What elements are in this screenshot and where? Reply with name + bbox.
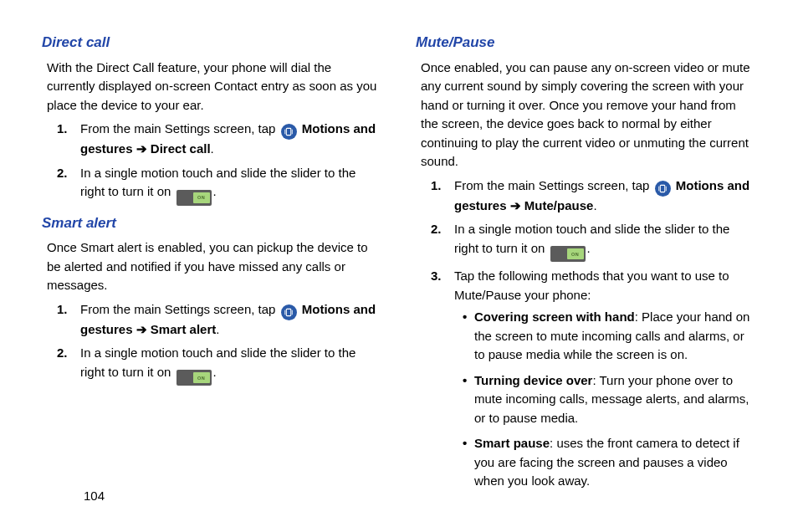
- bullet-title: Smart pause: [474, 436, 550, 450]
- step-text: In a single motion touch and slide the s…: [454, 222, 729, 255]
- step-punct: .: [211, 141, 214, 156]
- svg-rect-6: [660, 185, 665, 192]
- step-item: From the main Settings screen, tap Motio…: [431, 176, 756, 216]
- list-item: Covering screen with hand: Place your ha…: [463, 308, 756, 365]
- toggle-label: ON: [193, 192, 210, 203]
- heading-mute-pause: Mute/Pause: [416, 32, 756, 54]
- intro-smart-alert: Once Smart alert is enabled, you can pic…: [47, 238, 382, 295]
- step-item: In a single motion touch and slide the s…: [431, 220, 756, 262]
- motions-icon: [281, 304, 297, 320]
- bullet-title: Covering screen with hand: [474, 309, 635, 324]
- list-item: Smart pause: uses the front camera to de…: [463, 434, 756, 491]
- intro-direct-call: With the Direct Call feature, your phone…: [47, 59, 382, 115]
- step-text: From the main Settings screen, tap: [80, 121, 279, 136]
- step-item: From the main Settings screen, tap Motio…: [57, 300, 382, 340]
- step-text: From the main Settings screen, tap: [80, 302, 279, 316]
- step-text: In a single motion touch and slide the s…: [80, 166, 356, 199]
- bullet-title: Turning device over: [474, 373, 592, 387]
- step-punct: .: [213, 184, 217, 198]
- left-column: Direct call With the Direct Call feature…: [42, 28, 382, 498]
- step-punct: .: [213, 365, 217, 379]
- page-number: 104: [84, 487, 105, 506]
- toggle-label: ON: [193, 372, 210, 383]
- step-punct: .: [587, 241, 591, 255]
- svg-rect-3: [286, 309, 291, 315]
- toggle-label: ON: [567, 248, 584, 259]
- steps-smart-alert: From the main Settings screen, tap Motio…: [57, 300, 382, 386]
- step-punct: .: [216, 322, 219, 336]
- list-item: Turning device over: Turn your phone ove…: [463, 371, 756, 428]
- heading-direct-call: Direct call: [42, 32, 382, 54]
- motions-icon: [655, 181, 671, 197]
- right-column: Mute/Pause Once enabled, you can pause a…: [416, 28, 756, 498]
- content-columns: Direct call With the Direct Call feature…: [42, 28, 756, 498]
- step-item: Tap the following methods that you want …: [431, 267, 756, 491]
- toggle-on-icon: ON: [176, 190, 212, 206]
- steps-direct-call: From the main Settings screen, tap Motio…: [57, 120, 382, 206]
- step-text: Tap the following methods that you want …: [454, 269, 729, 302]
- intro-mute-pause: Once enabled, you can pause any on-scree…: [421, 59, 756, 171]
- step-punct: .: [593, 198, 596, 212]
- steps-mute-pause: From the main Settings screen, tap Motio…: [431, 176, 756, 491]
- step-text: In a single motion touch and slide the s…: [80, 345, 356, 379]
- step-item: In a single motion touch and slide the s…: [57, 164, 382, 206]
- step-item: In a single motion touch and slide the s…: [57, 344, 382, 386]
- step-item: From the main Settings screen, tap Motio…: [57, 120, 382, 159]
- svg-rect-0: [286, 128, 291, 135]
- motions-icon: [281, 124, 297, 140]
- toggle-on-icon: ON: [176, 370, 212, 386]
- heading-smart-alert: Smart alert: [42, 212, 382, 234]
- mute-methods-list: Covering screen with hand: Place your ha…: [463, 308, 756, 491]
- toggle-on-icon: ON: [550, 246, 586, 262]
- step-text: From the main Settings screen, tap: [454, 178, 653, 192]
